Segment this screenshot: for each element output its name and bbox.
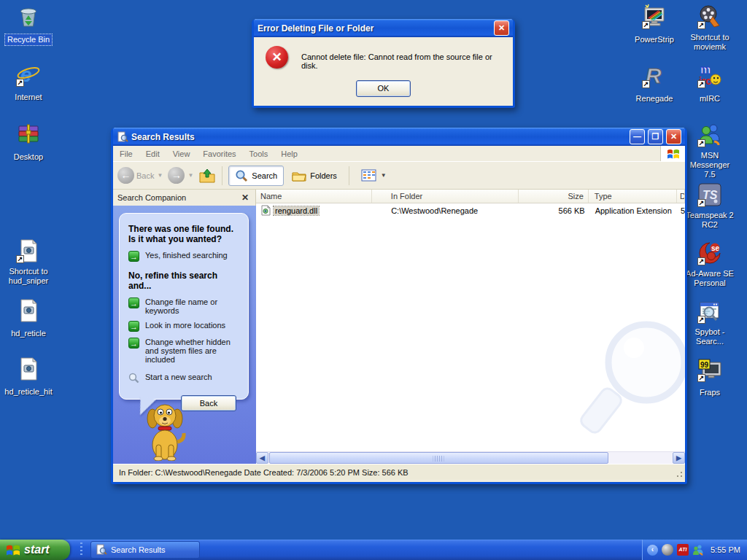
menu-help[interactable]: Help — [274, 147, 304, 161]
companion-link-label[interactable]: Change whether hidden and system files a… — [145, 338, 241, 364]
column-header-date[interactable]: D — [677, 190, 685, 203]
desktop-icon-label: hd_reticle_hit — [2, 386, 54, 397]
desktop-icon-renegade[interactable]: R ↗ Renegade — [627, 63, 682, 104]
scroll-right-icon[interactable]: ▶ — [673, 452, 685, 464]
taskbar-item-label: Search Results — [111, 545, 166, 554]
ok-button[interactable]: OK — [356, 80, 411, 97]
companion-link-hidden-files[interactable]: → Change whether hidden and system files… — [128, 338, 241, 364]
refine-heading: No, refine this search and... — [128, 271, 241, 291]
desktop-icon-label: PowerStrip — [632, 34, 676, 45]
menu-tools[interactable]: Tools — [243, 147, 275, 161]
minimize-button[interactable]: — — [630, 129, 645, 144]
companion-link-label[interactable]: Look in more locations — [145, 321, 225, 330]
desktop-icon-recycle-bin[interactable]: Recycle Bin — [1, 4, 56, 45]
companion-close-icon[interactable]: ✕ — [239, 192, 251, 203]
menu-file[interactable]: File — [113, 147, 139, 161]
companion-link-label[interactable]: Yes, finished searching — [145, 251, 228, 260]
menu-edit[interactable]: Edit — [139, 147, 166, 161]
menu-view[interactable]: View — [166, 147, 197, 161]
taskbar-item-search-results[interactable]: Search Results — [90, 541, 200, 559]
renegade-icon: R ↗ — [641, 63, 667, 89]
image-file-icon: ↗ — [15, 238, 42, 264]
desktop-icon-hd-reticle[interactable]: hd_reticle — [1, 298, 56, 339]
column-header-type[interactable]: Type — [589, 190, 677, 203]
webcam-tray-icon[interactable] — [662, 544, 673, 556]
companion-link-yes[interactable]: → Yes, finished searching — [128, 251, 241, 262]
file-name[interactable]: renguard.dll — [274, 206, 319, 215]
dialog-close-button[interactable]: ✕ — [494, 20, 509, 36]
dll-file-icon — [260, 205, 271, 216]
menu-favorites[interactable]: Favorites — [196, 147, 242, 161]
spybot-icon: ↗ — [697, 298, 723, 324]
up-button[interactable] — [198, 167, 216, 184]
companion-link-new-search[interactable]: Start a new search — [128, 373, 241, 384]
back-button-label[interactable]: Back — [136, 171, 154, 180]
column-header-size[interactable]: Size — [519, 190, 589, 203]
mirc-m-letter: m — [700, 63, 711, 76]
shortcut-arrow-overlay: ↗ — [697, 21, 705, 29]
maximize-button[interactable]: ❒ — [648, 129, 663, 144]
fraps-icon: 99 ↗ — [697, 357, 723, 383]
desktop-icon-hud-sniper[interactable]: ↗ Shortcut to hud_sniper — [1, 238, 56, 287]
error-dialog: Error Deleting File or Folder ✕ ✕ Cannot… — [252, 19, 515, 108]
companion-link-change-name[interactable]: → Change file name or keywords — [128, 298, 241, 315]
desktop-icon-adaware[interactable]: se ↗ Ad-Aware SE Personal — [682, 240, 738, 289]
messenger-tray-icon[interactable] — [692, 544, 704, 556]
forward-dropdown-icon[interactable]: ▼ — [187, 172, 193, 179]
shortcut-arrow-overlay: ↗ — [697, 374, 705, 382]
desktop-icon-desktop-winrar[interactable]: Desktop — [1, 121, 56, 163]
desktop-icon-moviemk[interactable]: ↗ Shortcut to moviemk — [682, 4, 738, 52]
start-button[interactable]: start — [0, 540, 70, 560]
column-header-in-folder[interactable]: In Folder — [372, 190, 519, 203]
desktop-icon-label: mIRC — [697, 93, 722, 104]
column-header-name[interactable]: Name — [256, 190, 372, 203]
desktop-icon-fraps[interactable]: 99 ↗ Fraps — [682, 357, 738, 398]
green-arrow-icon: → — [128, 251, 139, 262]
rover-dog-mascot[interactable] — [136, 400, 193, 464]
views-button[interactable]: ▼ — [355, 166, 395, 184]
scroll-left-icon[interactable]: ◀ — [256, 452, 268, 464]
shortcut-arrow-overlay: ↗ — [16, 255, 24, 263]
desktop-icon-spybot[interactable]: ↗ Spybot - Searc... — [682, 298, 738, 347]
desktop-icon-teamspeak[interactable]: TS ↗ Teamspeak 2 RC2 — [682, 182, 738, 230]
close-button[interactable]: ✕ — [666, 129, 681, 144]
scrollbar-track[interactable] — [608, 452, 673, 464]
desktop-icon-mirc[interactable]: m irc ↗ mIRC — [682, 63, 738, 104]
search-toggle-button[interactable]: Search — [228, 166, 284, 186]
desktop-icon-label: MSN Messenger 7.5 — [682, 150, 738, 180]
back-dropdown-icon[interactable]: ▼ — [157, 172, 163, 179]
green-arrow-icon: → — [128, 338, 139, 349]
toolbar-separator — [349, 166, 349, 185]
scrollbar-thumb[interactable] — [269, 452, 608, 464]
green-arrow-icon: → — [128, 321, 139, 332]
desktop-icon-powerstrip[interactable]: ↗ PowerStrip — [627, 4, 682, 45]
taskbar: start Search Results ‹ ATI 5:55 PM — [0, 540, 747, 560]
tray-collapse-icon[interactable]: ‹ — [647, 545, 658, 556]
horizontal-scrollbar[interactable]: ◀ ▶ — [256, 451, 685, 464]
companion-link-more-locations[interactable]: → Look in more locations — [128, 321, 241, 332]
desktop-icon-label: Fraps — [697, 387, 722, 398]
adaware-letters: se — [711, 244, 720, 252]
file-name-cell[interactable]: renguard.dll — [256, 205, 372, 216]
folders-button[interactable]: Folders — [286, 166, 343, 185]
companion-link-label[interactable]: Change file name or keywords — [145, 298, 241, 315]
desktop-icon-label: Desktop — [12, 152, 45, 163]
task-search-icon — [96, 544, 107, 556]
status-bar: In Folder: C:\Westwood\Renegade Date Cre… — [113, 464, 685, 480]
desktop-icon-internet[interactable]: e ↗ Internet — [1, 61, 56, 103]
back-button[interactable]: ← — [117, 167, 134, 184]
desktop-icon-hd-reticle-hit[interactable]: hd_reticle_hit — [1, 356, 56, 397]
ati-tray-icon[interactable]: ATI — [677, 544, 689, 556]
shortcut-arrow-overlay: ↗ — [16, 79, 24, 87]
date-cell: 5 — [678, 206, 685, 215]
start-button-label: start — [24, 543, 50, 556]
taskbar-divider[interactable] — [80, 542, 82, 557]
desktop-icon-msn-messenger[interactable]: ↗ MSN Messenger 7.5 — [682, 122, 738, 180]
desktop-icon-label: Teamspeak 2 RC2 — [682, 210, 738, 230]
companion-bubble: There was one file found. Is it what you… — [119, 213, 249, 400]
forward-button[interactable]: → — [168, 167, 185, 184]
resize-grip[interactable] — [674, 469, 684, 478]
search-icon — [235, 169, 248, 182]
companion-link-label[interactable]: Start a new search — [145, 373, 212, 381]
table-row[interactable]: renguard.dll C:\Westwood\Renegade 566 KB… — [256, 203, 685, 217]
